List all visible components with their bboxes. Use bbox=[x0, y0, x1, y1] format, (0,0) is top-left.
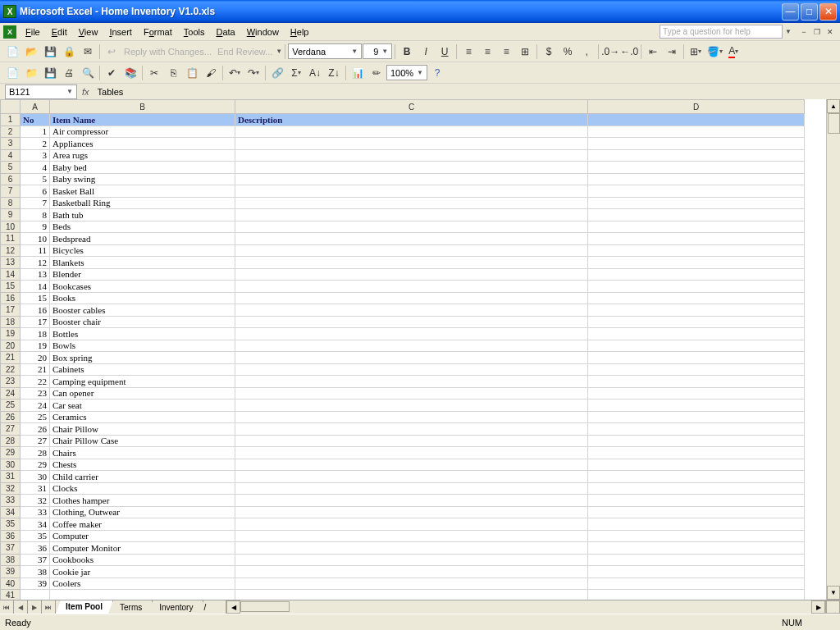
row-header[interactable]: 29 bbox=[1, 447, 21, 459]
cell-desc[interactable] bbox=[235, 459, 588, 471]
open-button[interactable]: 📂 bbox=[22, 43, 40, 61]
print-button[interactable]: 🖨 bbox=[60, 64, 78, 82]
row-header[interactable]: 37 bbox=[1, 542, 21, 555]
cell-item[interactable]: Cabinets bbox=[50, 363, 235, 376]
cell-item[interactable]: Can opener bbox=[50, 387, 235, 399]
undo-button[interactable]: ↶▾ bbox=[226, 64, 244, 82]
row-header[interactable]: 1 bbox=[1, 114, 21, 126]
row-header[interactable]: 16 bbox=[1, 292, 21, 304]
row-header[interactable]: 32 bbox=[1, 482, 21, 495]
cell[interactable] bbox=[588, 554, 805, 566]
cell-no[interactable]: 13 bbox=[21, 268, 50, 281]
cell[interactable] bbox=[588, 292, 805, 304]
horizontal-scrollbar[interactable]: ◀ ▶ bbox=[226, 600, 826, 614]
cell-desc[interactable] bbox=[235, 411, 588, 423]
new-button[interactable]: 📄 bbox=[3, 43, 21, 61]
row-header[interactable]: 17 bbox=[1, 304, 21, 317]
hscroll-thumb[interactable] bbox=[240, 601, 290, 612]
cell-desc[interactable] bbox=[235, 506, 588, 518]
cell[interactable] bbox=[588, 281, 805, 293]
percent-button[interactable]: % bbox=[559, 43, 577, 61]
cell-no[interactable]: 3 bbox=[21, 149, 50, 162]
close-button[interactable]: ✕ bbox=[819, 3, 837, 21]
maximize-button[interactable]: □ bbox=[801, 3, 818, 21]
cell[interactable] bbox=[588, 495, 805, 507]
cell[interactable] bbox=[588, 126, 805, 138]
cell-desc[interactable] bbox=[235, 495, 588, 507]
cell-item[interactable]: Computer Monitor bbox=[50, 542, 235, 555]
cell-desc[interactable] bbox=[235, 233, 588, 245]
cell-item[interactable]: Baby bed bbox=[50, 162, 235, 174]
save2-button[interactable]: 💾 bbox=[41, 64, 59, 82]
cell-desc[interactable] bbox=[235, 138, 588, 150]
menu-window[interactable]: Window bbox=[241, 25, 285, 39]
row-header[interactable]: 12 bbox=[1, 244, 21, 257]
menu-insert[interactable]: Insert bbox=[103, 25, 138, 39]
cell-desc[interactable] bbox=[235, 162, 588, 174]
row-header[interactable]: 27 bbox=[1, 423, 21, 436]
cell[interactable] bbox=[588, 268, 805, 281]
cell-item[interactable]: Cookbooks bbox=[50, 554, 235, 566]
tab-nav-first[interactable]: ⏮ bbox=[0, 600, 14, 614]
cell-no[interactable]: 19 bbox=[21, 340, 50, 352]
cell[interactable] bbox=[588, 197, 805, 209]
cell-no[interactable]: 28 bbox=[21, 447, 50, 459]
cell[interactable] bbox=[588, 542, 805, 555]
cell-item[interactable]: Basket Ball bbox=[50, 185, 235, 198]
cell[interactable] bbox=[588, 185, 805, 198]
increase-decimal-button[interactable]: .0→ bbox=[601, 43, 619, 61]
cell-no[interactable]: 16 bbox=[21, 304, 50, 317]
new-blank-button[interactable]: 📄 bbox=[3, 64, 21, 82]
align-right-button[interactable]: ≡ bbox=[497, 43, 515, 61]
sort-asc-button[interactable]: A↓ bbox=[306, 64, 324, 82]
cell-item[interactable]: Blender bbox=[50, 268, 235, 281]
cell[interactable] bbox=[588, 221, 805, 233]
cell-item[interactable]: Coolers bbox=[50, 578, 235, 590]
cell[interactable] bbox=[588, 578, 805, 590]
font-color-button[interactable]: A▾ bbox=[724, 43, 742, 61]
cell-desc[interactable] bbox=[235, 292, 588, 304]
cell-desc[interactable] bbox=[235, 363, 588, 376]
cell-item[interactable]: Chests bbox=[50, 459, 235, 471]
cell-desc[interactable] bbox=[235, 257, 588, 269]
cell-desc[interactable] bbox=[235, 387, 588, 399]
cell-no[interactable]: 38 bbox=[21, 566, 50, 578]
tab-nav-prev[interactable]: ◀ bbox=[14, 600, 28, 614]
cell-no[interactable]: 2 bbox=[21, 138, 50, 150]
cell-desc[interactable] bbox=[235, 149, 588, 162]
cell[interactable] bbox=[588, 590, 805, 600]
cell-no[interactable]: 36 bbox=[21, 542, 50, 555]
cell-item[interactable]: Appliances bbox=[50, 138, 235, 150]
cell-desc[interactable] bbox=[235, 173, 588, 185]
cell-no[interactable]: 8 bbox=[21, 209, 50, 221]
row-header[interactable]: 18 bbox=[1, 316, 21, 328]
cell-item[interactable]: Area rugs bbox=[50, 149, 235, 162]
cell-no[interactable]: 15 bbox=[21, 292, 50, 304]
cell-desc[interactable] bbox=[235, 352, 588, 364]
cell[interactable] bbox=[588, 399, 805, 412]
row-header[interactable]: 20 bbox=[1, 340, 21, 352]
help-button[interactable]: ? bbox=[428, 64, 446, 82]
cell[interactable] bbox=[588, 138, 805, 150]
cell-item[interactable]: Booster chair bbox=[50, 316, 235, 328]
row-header[interactable]: 22 bbox=[1, 363, 21, 376]
align-left-button[interactable]: ≡ bbox=[459, 43, 477, 61]
cell-item[interactable]: Beds bbox=[50, 221, 235, 233]
cell-no[interactable]: 21 bbox=[21, 363, 50, 376]
cell-item[interactable]: Chair Pillow bbox=[50, 423, 235, 436]
cell-desc[interactable] bbox=[235, 578, 588, 590]
cell[interactable] bbox=[588, 244, 805, 257]
research-button[interactable]: 📚 bbox=[121, 64, 139, 82]
cell-item[interactable]: Clocks bbox=[50, 482, 235, 495]
cell-item[interactable]: Bowls bbox=[50, 340, 235, 352]
row-header[interactable]: 33 bbox=[1, 495, 21, 507]
cell-item[interactable]: Baby swing bbox=[50, 173, 235, 185]
help-dropdown-icon[interactable]: ▼ bbox=[783, 28, 794, 35]
format-painter-button[interactable]: 🖌 bbox=[202, 64, 220, 82]
cell-no[interactable]: 12 bbox=[21, 257, 50, 269]
column-header-A[interactable]: A bbox=[21, 100, 50, 114]
merge-center-button[interactable]: ⊞ bbox=[516, 43, 534, 61]
column-header-B[interactable]: B bbox=[50, 100, 235, 114]
minimize-button[interactable]: — bbox=[782, 3, 799, 21]
cell-desc[interactable] bbox=[235, 197, 588, 209]
